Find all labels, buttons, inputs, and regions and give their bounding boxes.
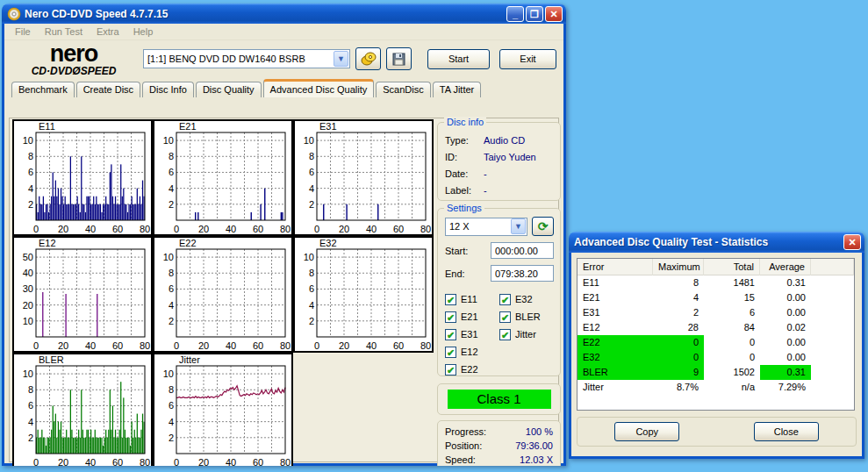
tab-disc-info[interactable]: Disc Info — [142, 82, 194, 97]
svg-text:40: 40 — [366, 224, 377, 234]
start-position-input[interactable] — [491, 242, 554, 259]
check-icon[interactable]: ✔ — [445, 294, 456, 305]
end-position-input[interactable] — [491, 265, 554, 282]
disc-info-label: Label: — [445, 185, 484, 196]
tab-create-disc[interactable]: Create Disc — [76, 82, 140, 97]
checkbox-e21[interactable]: ✔E21 — [445, 308, 499, 325]
stats-cell: E11 — [577, 275, 653, 290]
tab-benchmark[interactable]: Benchmark — [11, 82, 75, 97]
svg-text:40: 40 — [366, 340, 377, 351]
svg-text:40: 40 — [226, 457, 236, 466]
stats-row-e21[interactable]: E214150.00 — [577, 290, 854, 305]
stats-cell: 9 — [653, 365, 704, 380]
end-field-label: End: — [445, 268, 465, 279]
check-icon[interactable]: ✔ — [445, 329, 456, 340]
stats-row-jitter[interactable]: Jitter8.7%n/a7.29% — [577, 380, 854, 395]
chart-e11: E11246810020406080 — [12, 119, 153, 236]
close-button[interactable]: ✕ — [545, 6, 563, 22]
exit-button[interactable]: Exit — [499, 49, 556, 69]
checkbox-e31[interactable]: ✔E31 — [445, 325, 499, 343]
maximize-button[interactable]: ❐ — [526, 6, 543, 22]
chart-e21-svg: E21246810020406080 — [154, 121, 291, 234]
menu-item-help[interactable]: Help — [126, 25, 161, 39]
stats-cell: 4 — [653, 290, 704, 305]
svg-text:10: 10 — [23, 316, 33, 326]
main-titlebar[interactable]: Nero CD-DVD Speed 4.7.7.15 _ ❐ ✕ — [2, 4, 566, 24]
svg-text:2: 2 — [28, 199, 33, 210]
tab-advanced-disc-quality[interactable]: Advanced Disc Quality — [263, 79, 375, 97]
stats-row-e11[interactable]: E11814810.31 — [577, 275, 854, 290]
drive-select[interactable]: [1:1] BENQ DVD DD DW1640 BSRB ▼ — [143, 49, 350, 68]
check-icon[interactable]: ✔ — [499, 329, 511, 340]
svg-text:6: 6 — [309, 283, 314, 294]
svg-text:80: 80 — [140, 457, 150, 466]
stats-cell: 0.00 — [760, 335, 811, 350]
svg-text:10: 10 — [304, 252, 314, 262]
dialog-close-button[interactable]: Close — [754, 422, 819, 441]
desktop: Nero CD-DVD Speed 4.7.7.15 _ ❐ ✕ FileRun… — [0, 0, 868, 472]
chart-e11-svg: E11246810020406080 — [14, 121, 151, 234]
svg-text:10: 10 — [163, 135, 174, 146]
stats-cell — [811, 365, 854, 380]
checkbox-e11[interactable]: ✔E11 — [445, 290, 499, 308]
stats-cell — [811, 380, 854, 395]
refresh-button[interactable]: ⟳ — [532, 217, 554, 236]
copy-button[interactable]: Copy — [614, 422, 679, 441]
stats-row-bler[interactable]: BLER915020.31 — [577, 365, 854, 380]
column-header-total[interactable]: Total — [704, 259, 760, 275]
column-header-error[interactable]: Error — [577, 259, 653, 275]
statistics-titlebar[interactable]: Advanced Disc Quality Test - Statistics … — [569, 232, 864, 253]
menu-item-run-test[interactable]: Run Test — [38, 25, 90, 39]
check-icon[interactable]: ✔ — [445, 347, 456, 358]
svg-text:0: 0 — [314, 340, 319, 351]
svg-text:20: 20 — [339, 224, 349, 234]
check-icon[interactable]: ✔ — [499, 311, 511, 323]
stats-row-e31[interactable]: E31260.00 — [577, 305, 854, 320]
minimize-button[interactable]: _ — [506, 6, 524, 22]
stats-row-e22[interactable]: E22000.00 — [577, 335, 854, 350]
tab-scandisc[interactable]: ScanDisc — [376, 82, 430, 97]
stats-row-e12[interactable]: E1228840.02 — [577, 320, 854, 335]
checkbox-e12[interactable]: ✔E12 — [445, 343, 499, 361]
checkbox-e32[interactable]: ✔E32 — [499, 290, 541, 308]
tab-disc-quality[interactable]: Disc Quality — [196, 82, 262, 97]
column-header-average[interactable]: Average — [760, 259, 811, 275]
speed-select[interactable]: 12 X ▼ — [445, 218, 527, 236]
chart-jitter: Jitter246810020406080 — [153, 353, 293, 466]
check-icon[interactable]: ✔ — [499, 294, 511, 305]
stats-cell: 7.29% — [760, 380, 811, 395]
column-header-maximum[interactable]: Maximum — [653, 259, 704, 275]
disc-info-row: Date:- — [445, 165, 555, 182]
svg-text:2: 2 — [169, 433, 174, 443]
menu-item-extra[interactable]: Extra — [90, 25, 126, 39]
stats-row-e32[interactable]: E32000.00 — [577, 350, 854, 365]
svg-text:4: 4 — [169, 417, 174, 427]
statistics-close-button[interactable]: ✕ — [843, 234, 861, 250]
speed-select-value: 12 X — [446, 221, 511, 232]
svg-text:10: 10 — [304, 135, 314, 146]
chevron-down-icon[interactable]: ▼ — [511, 218, 526, 234]
tab-ta-jitter[interactable]: TA Jitter — [433, 82, 482, 97]
checkbox-bler[interactable]: ✔BLER — [499, 308, 541, 325]
disc-info-caption: Disc info — [444, 117, 486, 127]
stats-cell: 0.00 — [760, 290, 811, 305]
stats-cell: 0 — [704, 350, 760, 365]
check-icon[interactable]: ✔ — [445, 311, 456, 323]
svg-text:20: 20 — [58, 340, 68, 351]
options-button[interactable] — [355, 47, 381, 70]
checkbox-jitter[interactable]: ✔Jitter — [499, 325, 541, 343]
stats-cell: BLER — [577, 365, 653, 380]
svg-text:20: 20 — [198, 224, 209, 234]
floppy-disk-icon — [392, 53, 405, 66]
svg-text:60: 60 — [393, 224, 404, 234]
check-icon[interactable]: ✔ — [445, 364, 456, 375]
charts-grid: E11246810020406080E21246810020406080E312… — [13, 120, 434, 466]
save-button[interactable] — [386, 47, 412, 70]
stats-cell — [811, 335, 854, 350]
checkbox-e22[interactable]: ✔E22 — [445, 361, 499, 378]
svg-text:60: 60 — [253, 340, 263, 351]
start-button[interactable]: Start — [427, 49, 490, 69]
chart-e22-svg: E22246810020406080 — [154, 238, 291, 351]
menu-item-file[interactable]: File — [8, 25, 38, 39]
chevron-down-icon[interactable]: ▼ — [334, 51, 348, 67]
